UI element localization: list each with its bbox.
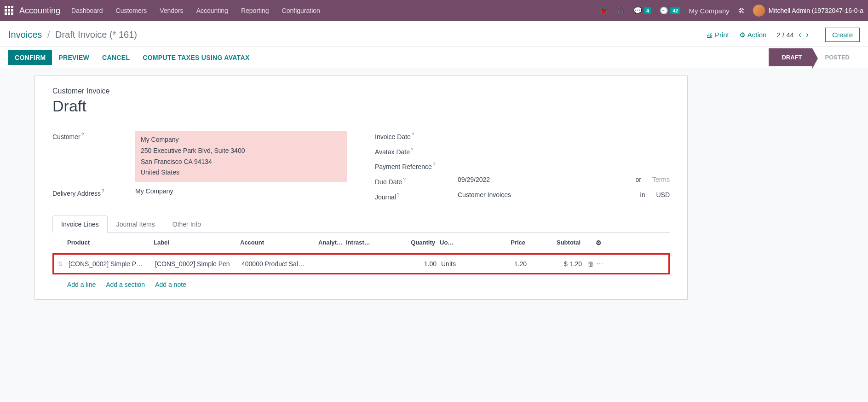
menu-reporting[interactable]: Reporting [241,7,269,14]
delete-row-icon[interactable]: 🗑 [587,260,594,268]
cell-price[interactable]: 1.20 [471,260,527,268]
menu-customers[interactable]: Customers [116,7,147,14]
activities-icon[interactable]: 🕘42 [660,6,680,15]
pager-prev[interactable]: ‹ [799,30,801,40]
in-text: in [640,191,645,198]
col-quantity[interactable]: Quantity [401,239,438,246]
apps-icon[interactable] [5,6,14,15]
cell-label[interactable]: [CONS_0002] Simple Pen [155,260,241,268]
col-subtotal[interactable]: Subtotal [525,239,581,246]
menu-dashboard[interactable]: Dashboard [71,7,103,14]
top-navbar: Accounting Dashboard Customers Vendors A… [0,0,868,21]
messages-icon[interactable]: 💬4 [633,6,651,15]
activities-badge: 42 [670,7,680,14]
gear-icon: ⚙ [739,31,745,39]
print-button[interactable]: 🖨Print [706,31,729,39]
company-switcher[interactable]: My Company [689,7,729,15]
col-account[interactable]: Account [240,239,318,246]
tab-invoice-lines[interactable]: Invoice Lines [52,216,108,233]
due-date-label: Due Date? [375,176,458,186]
tab-other-info[interactable]: Other Info [164,216,210,233]
pager-next[interactable]: › [806,30,809,40]
menu-vendors[interactable]: Vendors [160,7,183,14]
menu-accounting[interactable]: Accounting [196,7,228,14]
doc-title: Draft [52,97,670,115]
control-bar: Invoices / Draft Invoice (* 161) 🖨Print … [0,21,868,47]
avatar [753,5,765,17]
col-price[interactable]: Price [470,239,525,246]
due-date-field[interactable]: 09/29/2022 [458,176,490,183]
journal-field[interactable]: Customer Invoices [458,191,511,198]
customer-field[interactable]: My Company 250 Executive Park Blvd, Suit… [135,131,347,182]
drag-handle-icon[interactable]: ⇅ [57,260,69,268]
row-more-icon[interactable]: ⋯ [597,260,603,268]
breadcrumb-current: Draft Invoice (* 161) [55,29,137,40]
customer-name: My Company [141,134,342,146]
status-posted[interactable]: POSTED [812,48,860,66]
cancel-button[interactable]: CANCEL [96,50,136,65]
confirm-button[interactable]: CONFIRM [8,50,52,65]
col-analytic[interactable]: Analyt… [318,239,346,246]
support-icon[interactable]: 🎧 [616,6,625,15]
status-draft[interactable]: DRAFT [769,48,812,66]
col-intrastat[interactable]: Intrast… [346,239,401,246]
delivery-field[interactable]: My Company [135,187,347,195]
col-uom[interactable]: Uo… [438,239,470,246]
avatax-date-label: Avatax Date? [375,146,458,156]
doc-type-label: Customer Invoice [52,87,670,95]
columns-settings-icon[interactable]: ⚙ [596,239,602,246]
add-links: Add a line Add a section Add a note [52,274,670,295]
add-section-link[interactable]: Add a section [106,281,145,288]
cell-uom[interactable]: Units [439,260,471,268]
add-note-link[interactable]: Add a note [155,281,186,288]
compute-taxes-button[interactable]: COMPUTE TAXES USING AVATAX [136,50,256,65]
col-product[interactable]: Product [67,239,154,246]
main-menu: Dashboard Customers Vendors Accounting R… [71,7,320,14]
table-header: Product Label Account Analyt… Intrast… Q… [52,233,670,253]
systray: 🐞 🎧 💬4 🕘42 My Company 🛠 Mitchell Admin (… [599,5,863,17]
cell-account[interactable]: 400000 Product Sal… [241,260,320,268]
delivery-label: Delivery Address? [52,187,135,197]
user-name: Mitchell Admin (19732047-16-0-a [769,7,863,14]
or-text: or [635,176,641,183]
create-button[interactable]: Create [825,28,860,42]
menu-configuration[interactable]: Configuration [282,7,320,14]
currency-field[interactable]: USD [656,191,670,198]
customer-country: United States [141,167,342,178]
pager-value[interactable]: 2 / 44 [776,31,794,39]
status-arrows: DRAFT POSTED [769,48,860,66]
cell-quantity[interactable]: 1.00 [402,260,439,268]
journal-label: Journal? [375,191,458,201]
status-row: CONFIRM PREVIEW CANCEL COMPUTE TAXES USI… [0,47,868,68]
invoice-date-label: Invoice Date? [375,131,458,140]
cell-product[interactable]: [CONS_0002] Simple P… [69,260,155,268]
messages-badge: 4 [644,7,651,14]
preview-button[interactable]: PREVIEW [52,50,96,65]
tab-journal-items[interactable]: Journal Items [108,216,164,233]
invoice-lines-table: Product Label Account Analyt… Intrast… Q… [52,233,670,295]
terms-field[interactable]: Terms [652,176,670,183]
customer-city: San Francisco CA 94134 [141,157,342,168]
col-label[interactable]: Label [154,239,240,246]
payment-ref-label: Payment Reference? [375,161,458,170]
control-actions: 🖨Print ⚙Action 2 / 44 ‹ › Create [706,28,860,42]
action-button[interactable]: ⚙Action [739,31,767,39]
breadcrumb: Invoices / Draft Invoice (* 161) [8,29,137,40]
customer-label: Customer? [52,131,135,140]
breadcrumb-root[interactable]: Invoices [8,29,42,40]
table-row[interactable]: ⇅ [CONS_0002] Simple P… [CONS_0002] Simp… [52,253,670,274]
add-line-link[interactable]: Add a line [67,281,96,288]
app-brand[interactable]: Accounting [19,6,60,16]
pager: 2 / 44 ‹ › [776,30,809,40]
user-menu[interactable]: Mitchell Admin (19732047-16-0-a [753,5,863,17]
tabs: Invoice Lines Journal Items Other Info [52,215,670,233]
print-icon: 🖨 [706,31,713,39]
customer-street: 250 Executive Park Blvd, Suite 3400 [141,146,342,157]
form-sheet: Customer Invoice Draft Customer? My Comp… [34,76,688,300]
cell-subtotal: $ 1.20 [527,260,582,268]
debug-icon[interactable]: 🐞 [599,6,608,15]
tools-icon[interactable]: 🛠 [738,7,745,15]
